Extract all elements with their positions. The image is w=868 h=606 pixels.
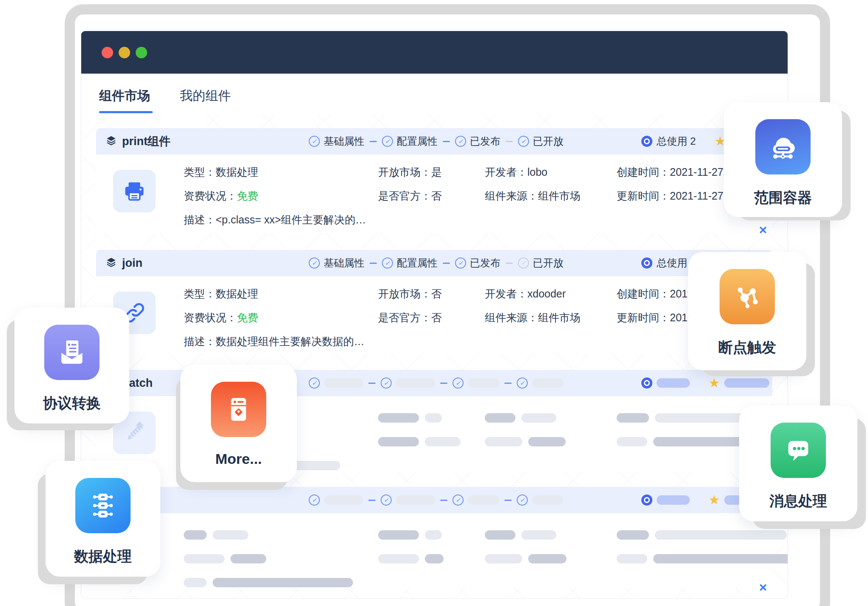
skeleton-pill: [653, 554, 788, 563]
skeleton-pill: [532, 495, 563, 505]
skeleton-column: [378, 530, 450, 578]
detail-column: 开放市场：否 是否官方：否: [378, 287, 442, 335]
skeleton-pill: [425, 554, 444, 563]
skeleton-pill: [425, 413, 442, 423]
field-label: 资费状况：: [184, 190, 237, 202]
field-label: 创建时间：: [617, 166, 670, 178]
app-card-data-processing[interactable]: 数据处理: [46, 461, 160, 577]
field-label: 开发者：: [485, 166, 527, 178]
field-label: 是否官方：: [378, 190, 431, 202]
field-value: <p.class= xx>组件主要解决的…: [216, 214, 366, 226]
field-label: 开发者：: [485, 288, 527, 300]
data-pipeline-icon: [75, 478, 131, 533]
cloud-network-icon: [755, 119, 811, 174]
app-card-label: 消息处理: [769, 492, 827, 511]
check-icon: [381, 377, 392, 389]
skeleton-pill: [396, 495, 435, 505]
check-icon: [518, 257, 529, 269]
app-card-breakpoint-trigger[interactable]: 断点触发: [688, 252, 806, 370]
step-label: 基础属性: [324, 256, 364, 270]
check-icon: [452, 495, 464, 506]
skeleton-pill: [213, 530, 248, 540]
detail-column: 开发者：xdooder 组件来源：组件市场: [485, 287, 581, 335]
detail-column: 类型：数据处理 资费状况：免费 描述：<p.class= xx>组件主要解决的…: [184, 166, 366, 237]
field-label: 类型：: [184, 288, 216, 300]
tab-component-market[interactable]: 组件市场: [99, 87, 150, 105]
field-value: 数据处理: [216, 166, 258, 178]
layers-icon: [105, 135, 117, 148]
field-value: 数据处理: [216, 288, 258, 300]
skeleton-pill: [378, 437, 419, 446]
check-icon: [517, 495, 528, 506]
app-card-label: 断点触发: [718, 338, 776, 357]
status-steps: [309, 377, 563, 389]
check-icon: [309, 495, 320, 506]
printer-icon: [113, 170, 156, 212]
step-connector: [368, 383, 376, 384]
app-card-protocol-conversion[interactable]: 协议转换: [14, 308, 129, 423]
skeleton-pill: [324, 378, 363, 388]
skeleton-pill: [485, 413, 515, 423]
component-name: print组件: [122, 134, 171, 149]
field-value: xdooder: [527, 288, 566, 300]
check-icon: [517, 377, 528, 389]
skeleton-column: [378, 413, 467, 461]
step-connector: [440, 500, 447, 501]
step-label: 已开放: [533, 256, 563, 270]
step-connector: [504, 500, 512, 501]
field-value: 否: [431, 312, 442, 323]
traffic-light-close[interactable]: [102, 47, 113, 58]
detail-column: 开放市场：是 是否官方：否: [378, 166, 442, 213]
app-card-more[interactable]: More...: [180, 365, 297, 482]
card-header: [96, 487, 772, 513]
skeleton-pill: [617, 530, 649, 540]
step-connector: [368, 500, 376, 501]
star-icon: [709, 377, 720, 389]
component-card-join[interactable]: join 基础属性 配置属性 已发布 已开放 总使用 6 总评: [96, 250, 772, 353]
check-icon: [455, 257, 466, 269]
field-label: 是否官方：: [378, 312, 431, 323]
app-card-range-container[interactable]: 范围容器: [724, 102, 842, 217]
check-icon: [382, 136, 393, 147]
close-icon[interactable]: [757, 223, 769, 236]
traffic-light-minimize[interactable]: [119, 47, 130, 58]
field-label: 开放市场：: [378, 288, 431, 300]
traffic-light-maximize[interactable]: [136, 47, 147, 58]
skeleton-pill: [617, 437, 647, 446]
step-connector: [370, 141, 377, 142]
skeleton-column: [184, 530, 359, 599]
tab-my-components[interactable]: 我的组件: [180, 87, 231, 105]
skeleton-pill: [657, 378, 690, 388]
component-card-print[interactable]: print组件 基础属性 配置属性 已发布 已开放 总使用 2 总评: [96, 128, 772, 233]
usage-count-icon: [641, 495, 652, 506]
step-connector: [370, 263, 377, 264]
component-card-skeleton[interactable]: [96, 487, 772, 588]
field-value: 是: [431, 166, 442, 178]
skeleton-pill: [724, 378, 769, 388]
skeleton-pill: [468, 495, 499, 505]
app-window: 组件市场 我的组件 print组件 基础属性 配置属性 已发布 已开放: [81, 31, 788, 599]
field-value: 组件市场: [538, 312, 581, 323]
skeleton-pill: [468, 378, 499, 388]
step-connector: [443, 141, 450, 142]
inbox-document-icon: [44, 325, 100, 380]
app-card-message-processing[interactable]: 消息处理: [739, 406, 857, 521]
skeleton-pill: [184, 554, 225, 563]
skeleton-pill: [378, 413, 419, 423]
skeleton-column: [617, 530, 788, 578]
skeleton-pill: [231, 554, 266, 563]
card-metrics: [641, 377, 769, 389]
card-header: join 基础属性 配置属性 已发布 已开放 总使用 6 总评: [96, 250, 772, 276]
skeleton-pill: [184, 578, 207, 587]
step-label: 配置属性: [397, 134, 438, 148]
usage-count-icon: [641, 136, 652, 147]
field-value: lobo: [527, 166, 547, 178]
check-icon: [382, 257, 393, 269]
app-card-label: 范围容器: [754, 188, 812, 208]
close-icon[interactable]: [757, 581, 769, 594]
field-label: 类型：: [184, 166, 216, 178]
app-card-label: 协议转换: [43, 394, 101, 413]
skeleton-pill: [213, 578, 353, 587]
step-connector: [440, 383, 447, 384]
detail-column: 开发者：lobo 组件来源：组件市场: [485, 166, 581, 213]
